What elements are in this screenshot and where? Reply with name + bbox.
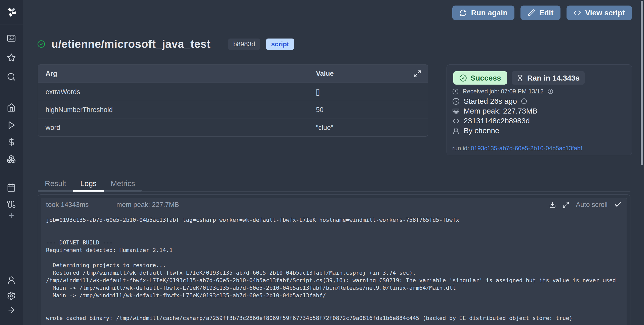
- sidebar-item-variables[interactable]: [0, 138, 23, 147]
- run-again-label: Run again: [471, 9, 507, 17]
- sidebar-divider-top: [0, 24, 23, 24]
- by-label: By etienne: [464, 126, 499, 135]
- sidebar: [0, 0, 23, 325]
- route-icon: [7, 200, 16, 209]
- sidebar-item-collapse[interactable]: [0, 306, 23, 315]
- success-check-icon: [37, 40, 45, 48]
- arg-value: "clue": [316, 124, 428, 132]
- sidebar-item-favorites[interactable]: [0, 53, 23, 62]
- table-row: word "clue": [38, 119, 428, 136]
- arg-value: 50: [316, 106, 428, 114]
- toolbar: Run again Edit View script: [452, 6, 632, 20]
- sidebar-item-workers[interactable]: [0, 200, 23, 209]
- windmill-logo-icon: [6, 7, 17, 18]
- home-icon: [7, 103, 16, 112]
- tab-logs[interactable]: Logs: [73, 177, 104, 192]
- log-header-actions: Auto scroll: [549, 201, 622, 209]
- hourglass-icon: [517, 75, 524, 82]
- script-hash-row: 23131148c2b8983d: [452, 117, 530, 125]
- sidebar-item-runs[interactable]: [0, 121, 23, 130]
- page-scrollbar-thumb[interactable]: [641, 1, 643, 165]
- edit-button[interactable]: Edit: [520, 6, 560, 20]
- sidebar-divider-mid: [0, 92, 23, 92]
- table-expand-icon[interactable]: [413, 70, 421, 78]
- sidebar-item-apps[interactable]: [0, 34, 23, 43]
- code-icon: [452, 117, 460, 125]
- windmill-logo[interactable]: [0, 7, 23, 18]
- sidebar-item-account[interactable]: [0, 276, 23, 285]
- status-label: Success: [470, 74, 501, 82]
- expand-icon[interactable]: [562, 201, 569, 208]
- clock-icon: [452, 98, 460, 105]
- sidebar-item-search[interactable]: [0, 72, 23, 81]
- started-label: Started 26s ago: [464, 97, 517, 105]
- log-content[interactable]: job=0193c135-ab7d-60e5-2b10-04b5ac13fabf…: [46, 216, 622, 325]
- keyboard-icon: [7, 34, 16, 43]
- plus-icon: [8, 212, 15, 219]
- arg-name: highNumberThreshold: [38, 106, 316, 114]
- run-id-label: run id:: [452, 145, 471, 152]
- result-tabs: Result Logs Metrics: [38, 177, 142, 192]
- sidebar-item-resources[interactable]: [0, 155, 23, 164]
- args-table: Arg Value extraWords [] highNumberThresh…: [38, 64, 428, 137]
- auto-scroll-label: Auto scroll: [576, 201, 608, 209]
- star-icon: [7, 53, 16, 62]
- clock-icon: [452, 88, 459, 95]
- status-panel: Success Ran in 14.343s Received job: 07:…: [447, 64, 632, 155]
- run-id-row: run id: 0193c135-ab7d-60e5-2b10-04b5ac13…: [452, 145, 582, 152]
- refresh-icon: [459, 9, 467, 17]
- status-badge: Success: [453, 71, 507, 85]
- mem-peak-label: Mem peak: 227.73MB: [464, 107, 537, 115]
- tabs-bottom-line: [141, 191, 630, 192]
- sidebar-item-settings[interactable]: [0, 291, 23, 300]
- tab-result[interactable]: Result: [38, 177, 73, 192]
- by-row: By etienne: [452, 126, 499, 135]
- mem-peak-row: Mem peak: 227.73MB: [452, 107, 537, 115]
- run-id-link[interactable]: 0193c135-ab7d-60e5-2b10-04b5ac13fabf: [471, 145, 582, 152]
- hash-badge[interactable]: b8983d: [228, 39, 260, 50]
- log-container: took 14343ms mem peak: 227.7MB Auto scro…: [38, 194, 630, 325]
- memory-icon: [452, 107, 460, 115]
- duration-chip: Ran in 14.343s: [512, 71, 585, 85]
- user-round-icon: [7, 276, 16, 285]
- log-took: took 14343ms: [46, 201, 89, 209]
- received-row: Received job: 07:09 PM 13/12: [452, 88, 553, 95]
- tab-metrics[interactable]: Metrics: [104, 177, 142, 192]
- search-icon: [7, 72, 16, 81]
- info-icon[interactable]: [521, 98, 527, 104]
- arg-name: word: [38, 124, 316, 132]
- kind-badge[interactable]: script: [266, 39, 294, 50]
- sidebar-item-more[interactable]: [0, 212, 23, 219]
- table-row: highNumberThreshold 50: [38, 101, 428, 119]
- arg-name: extraWords: [38, 88, 316, 96]
- arg-value: []: [316, 88, 428, 96]
- auto-scroll-checkbox[interactable]: [614, 201, 622, 208]
- code-icon: [574, 9, 581, 17]
- boxes-icon: [7, 155, 16, 164]
- edit-label: Edit: [539, 9, 553, 17]
- info-icon[interactable]: [548, 89, 553, 94]
- download-icon[interactable]: [549, 201, 556, 208]
- table-row: extraWords []: [38, 83, 428, 101]
- dollar-icon: [7, 138, 16, 147]
- gear-icon: [7, 291, 16, 300]
- log-mem-peak: mem peak: 227.7MB: [116, 201, 179, 209]
- play-icon: [7, 121, 16, 130]
- title-row: u/etienne/microsoft_java_test b8983d scr…: [37, 38, 294, 50]
- received-label: Received job: 07:09 PM 13/12: [463, 88, 544, 95]
- script-hash-link[interactable]: 23131148c2b8983d: [464, 117, 530, 125]
- view-script-button[interactable]: View script: [567, 6, 632, 20]
- circle-check-icon: [459, 74, 467, 82]
- pencil-icon: [528, 9, 535, 17]
- status-top-row: Success Ran in 14.343s: [453, 71, 585, 85]
- log-panel: took 14343ms mem peak: 227.7MB Auto scro…: [41, 198, 627, 325]
- calendar-icon: [7, 183, 16, 192]
- sidebar-item-home[interactable]: [0, 103, 23, 112]
- run-again-button[interactable]: Run again: [452, 6, 514, 20]
- sidebar-item-schedules[interactable]: [0, 183, 23, 192]
- page-title: u/etienne/microsoft_java_test: [51, 38, 211, 50]
- args-table-header: Arg Value: [38, 65, 428, 83]
- args-col-arg: Arg: [38, 70, 316, 78]
- duration-label: Ran in 14.343s: [527, 74, 580, 82]
- view-script-label: View script: [585, 9, 625, 17]
